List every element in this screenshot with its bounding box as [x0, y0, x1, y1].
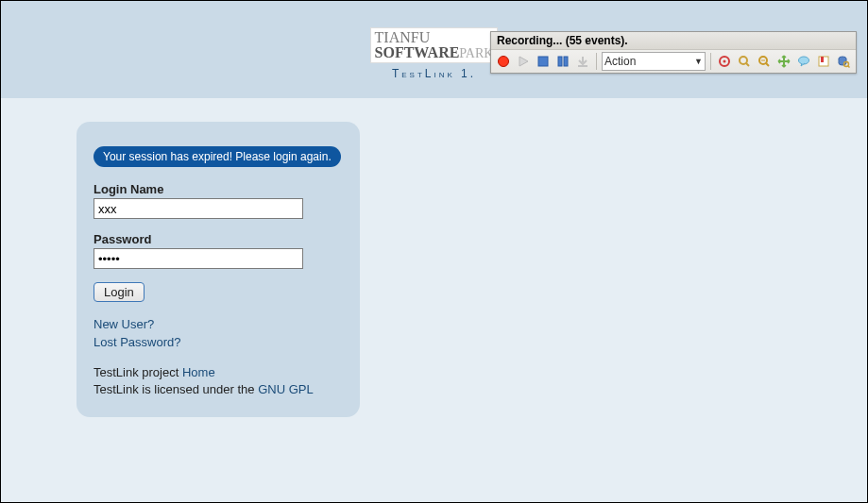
logo-line2-bold: SOFTWARE	[375, 44, 460, 60]
database-button[interactable]	[835, 52, 852, 71]
logo-line1: TIANFU	[375, 30, 494, 45]
record-button[interactable]	[495, 52, 512, 71]
gear-button[interactable]	[716, 52, 733, 71]
chevron-down-icon: ▼	[694, 57, 703, 66]
comment-button[interactable]	[795, 52, 812, 71]
new-user-link[interactable]: New User?	[94, 317, 154, 331]
database-find-icon	[837, 55, 850, 68]
svg-line-8	[746, 63, 749, 66]
footer-line1-prefix: TestLink project	[94, 365, 182, 379]
page-bookmark-icon	[817, 55, 830, 68]
svg-point-7	[740, 57, 747, 64]
download-button[interactable]	[574, 52, 591, 71]
action-dropdown-label: Action	[604, 55, 636, 68]
svg-line-10	[766, 63, 769, 66]
recorder-title: Recording... (55 events).	[491, 32, 856, 50]
svg-point-12	[798, 57, 808, 64]
action-dropdown[interactable]: Action ▼	[602, 52, 706, 71]
svg-marker-1	[519, 57, 528, 66]
toolbar-separator	[596, 53, 597, 70]
pause-icon	[556, 55, 570, 68]
pause-button[interactable]	[554, 52, 571, 71]
footer-line2-prefix: TestLink is licensed under the	[94, 382, 258, 396]
toolbar-separator	[710, 53, 711, 70]
stop-icon	[536, 55, 550, 68]
svg-point-6	[723, 60, 725, 63]
move-button[interactable]	[775, 52, 792, 71]
project-home-link[interactable]: Home	[182, 365, 215, 379]
gnu-gpl-link[interactable]: GNU GPL	[258, 382, 314, 396]
gear-icon	[718, 55, 731, 68]
login-panel: Your session has expired! Please login a…	[77, 122, 360, 417]
logo-line2: SOFTWAREPARK	[375, 45, 494, 60]
session-expired-message: Your session has expired! Please login a…	[94, 146, 341, 167]
lost-password-link[interactable]: Lost Password?	[94, 335, 181, 349]
login-name-label: Login Name	[94, 182, 343, 196]
reflect-button[interactable]	[756, 52, 773, 71]
magnifier-reflect-icon	[757, 55, 771, 68]
bookmark-button[interactable]	[815, 52, 832, 71]
password-input[interactable]	[94, 248, 303, 269]
svg-rect-3	[558, 57, 562, 66]
login-name-input[interactable]	[94, 198, 303, 219]
logo-line2-grey: PARK	[459, 46, 493, 60]
recorder-buttons-row: Action ▼	[491, 50, 856, 73]
download-icon	[576, 55, 589, 68]
move-arrows-icon	[777, 55, 791, 68]
svg-point-0	[499, 57, 509, 67]
inspect-button[interactable]	[736, 52, 753, 71]
login-button[interactable]: Login	[94, 282, 145, 302]
svg-rect-2	[538, 57, 548, 66]
login-footer: TestLink project Home TestLink is licens…	[94, 364, 343, 398]
password-label: Password	[94, 232, 343, 246]
play-icon	[517, 55, 530, 68]
logo: TIANFU SOFTWAREPARK	[370, 27, 499, 63]
speech-bubble-icon	[797, 55, 810, 68]
svg-line-17	[848, 66, 850, 68]
svg-rect-14	[821, 57, 824, 62]
record-icon	[497, 55, 510, 68]
stop-button[interactable]	[535, 52, 552, 71]
recorder-toolbar: Recording... (55 events).	[490, 31, 857, 74]
magnifier-star-icon	[738, 55, 751, 68]
svg-rect-4	[564, 57, 568, 66]
play-button[interactable]	[515, 52, 532, 71]
